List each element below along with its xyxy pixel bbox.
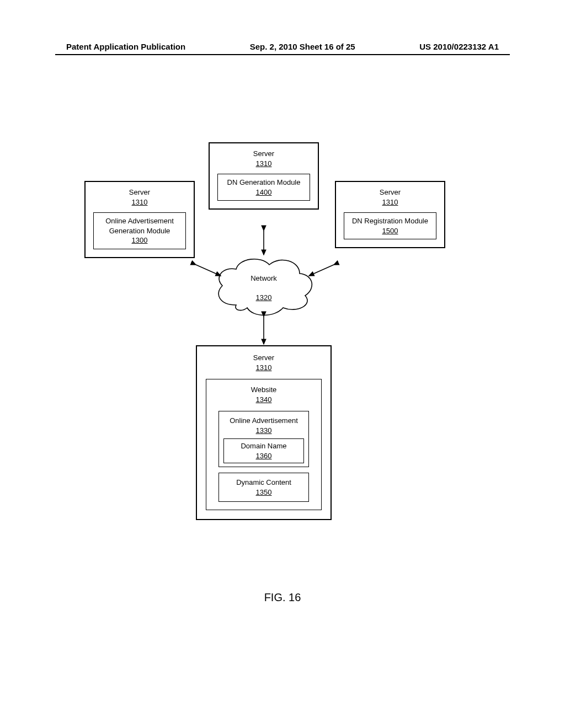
- svg-line-2: [196, 265, 221, 276]
- svg-line-3: [309, 265, 334, 276]
- page: Patent Application Publication Sep. 2, 2…: [0, 0, 565, 728]
- connectors: [0, 0, 565, 728]
- figure-label: FIG. 16: [0, 591, 565, 604]
